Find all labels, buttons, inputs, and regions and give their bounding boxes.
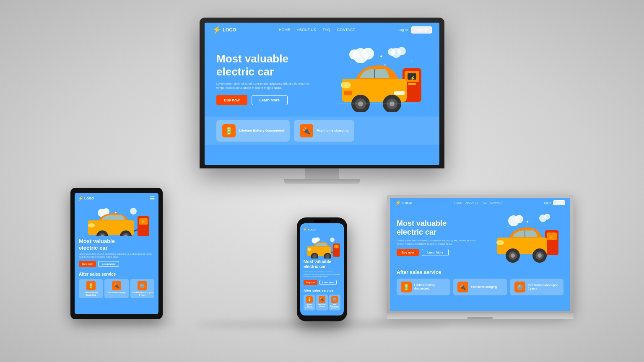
- phone-hero-buttons: Buy now Learn More: [304, 280, 340, 285]
- buy-now-button[interactable]: Buy now: [216, 95, 247, 105]
- laptop-service-cards: 🔋 Lifetime Battery Guaranteed 🔌 Fast hom…: [397, 279, 564, 295]
- laptop-charging-icon: 🔌: [457, 282, 468, 292]
- phone: ⚡ LOGO ✦ ⚡: [297, 217, 347, 321]
- phone-shadow: [295, 321, 349, 326]
- tablet-card-charging: 🔌 Fast home charging: [104, 279, 128, 298]
- phone-buy-button[interactable]: Buy now: [304, 280, 317, 285]
- tablet-bolt-icon: ⚡: [78, 196, 83, 201]
- desktop-monitor: ⚡ LOGO HOME ABOUT US FAQ CONTACT Log in …: [200, 18, 444, 184]
- laptop-hero-buttons: Buy now Learn More: [397, 249, 480, 256]
- svg-text:✦: ✦: [379, 54, 383, 59]
- laptop-after-sales-title: After sales service: [397, 269, 564, 275]
- tablet-battery-icon: 🔋: [86, 281, 96, 290]
- phone-after-sales-title: After sales service: [304, 289, 340, 292]
- monitor-frame: ⚡ LOGO HOME ABOUT US FAQ CONTACT Log in …: [200, 18, 444, 168]
- svg-rect-18: [394, 91, 405, 95]
- laptop-nav: ⚡ LOGO HOME ABOUT US FAQ CONTACT Log in …: [390, 198, 570, 207]
- phone-hero-illustration: ✦ ⚡: [304, 235, 340, 259]
- phone-screen: ⚡ LOGO ✦ ⚡: [300, 223, 344, 315]
- phone-nav: ⚡ LOGO: [300, 223, 344, 233]
- svg-point-30: [544, 214, 550, 220]
- tablet-screen: ⚡ LOGO ☰ ✦ ⚡: [75, 193, 158, 314]
- desktop-hero-desc: Lorem ipsum dolor sit amet, consectetur …: [216, 82, 319, 90]
- tablet-battery-label: Lifetime Battery Guaranteed: [80, 292, 101, 296]
- laptop-nav-links: HOME ABOUT US FAQ CONTACT: [454, 202, 502, 204]
- tablet: ⚡ LOGO ☰ ✦ ⚡: [70, 188, 163, 319]
- svg-text:⚡: ⚡: [549, 235, 553, 239]
- laptop-base: [387, 313, 574, 319]
- laptop-login[interactable]: Log in: [544, 202, 551, 204]
- tablet-charging-label: Fast home charging: [108, 292, 126, 294]
- charging-icon: 🔌: [300, 124, 313, 137]
- laptop-hero-desc: Lorem ipsum dolor sit amet, consectetur …: [397, 239, 480, 246]
- charging-label: Fast home charging: [317, 129, 348, 133]
- laptop: ⚡ LOGO HOME ABOUT US FAQ CONTACT Log in …: [387, 195, 574, 319]
- laptop-card-charging: 🔌 Fast home charging: [453, 279, 506, 295]
- phone-notch: [314, 220, 330, 223]
- laptop-nav-faq[interactable]: FAQ: [482, 202, 487, 204]
- laptop-nav-about[interactable]: ABOUT US: [465, 202, 478, 204]
- phone-logo: ⚡ LOGO: [303, 228, 316, 231]
- tablet-after-sales-title: After sales service: [79, 272, 154, 277]
- laptop-card-battery: 🔋 Lifetime Battery Guaranteed: [397, 279, 450, 295]
- tablet-frame: ⚡ LOGO ☰ ✦ ⚡: [70, 188, 163, 319]
- svg-point-53: [88, 223, 95, 228]
- tablet-car-illustration: ✦ ⚡: [79, 207, 154, 236]
- phone-after-sales: After sales service 🔋 Lifetime Battery G…: [300, 287, 344, 313]
- svg-point-38: [496, 240, 504, 245]
- svg-point-2: [349, 49, 359, 59]
- svg-text:+: +: [350, 62, 352, 65]
- phone-learn-button[interactable]: Learn More: [319, 280, 337, 285]
- desktop-hero-buttons: Buy now Learn More: [216, 95, 319, 105]
- tablet-buy-button[interactable]: Buy now: [79, 261, 96, 267]
- svg-text:⚡: ⚡: [141, 220, 145, 224]
- svg-point-70: [312, 254, 317, 259]
- phone-charging-label: Fast home charging: [317, 304, 327, 307]
- hamburger-menu[interactable]: ☰: [150, 195, 155, 202]
- laptop-after-sales: After sales service 🔋 Lifetime Battery G…: [390, 266, 570, 299]
- signup-button[interactable]: Sign up: [411, 26, 432, 34]
- desktop-hero-text: Most valuable electric car Lorem ipsum d…: [216, 52, 319, 105]
- laptop-buy-button[interactable]: Buy now: [397, 249, 419, 256]
- laptop-logo: ⚡ LOGO: [395, 200, 413, 206]
- laptop-charging-label: Fast home charging: [471, 285, 497, 289]
- tablet-hero-desc: Lorem ipsum dolor sit amet, consectetur …: [79, 253, 154, 259]
- desktop-card-charging: 🔌 Fast home charging: [294, 120, 354, 142]
- laptop-hero-illustration: ✦ + ⚡: [480, 212, 564, 263]
- battery-icon: 🔋: [222, 124, 236, 137]
- stand-base: [284, 179, 360, 184]
- desktop-service-cards: 🔋 Lifetime Battery Guaranteed 🔌 Fast hom…: [216, 120, 428, 142]
- laptop-nav-contact[interactable]: CONTACT: [490, 202, 502, 204]
- phone-maintenance-icon: ⚙️: [331, 296, 338, 303]
- laptop-battery-label: Lifetime Battery Guaranteed: [414, 284, 446, 291]
- scene: ⚡ LOGO HOME ABOUT US FAQ CONTACT Log in …: [70, 18, 574, 344]
- phone-car-illustration: ✦ ⚡: [304, 235, 340, 259]
- laptop-card-maintenance: ⚙️ Free Maintenance up to 5 years: [510, 279, 564, 295]
- tablet-charging-icon: 🔌: [112, 281, 121, 290]
- bolt-icon: ⚡: [212, 25, 221, 34]
- laptop-bolt-icon: ⚡: [395, 200, 401, 206]
- desktop-card-battery: 🔋 Lifetime Battery Guaranteed: [216, 120, 290, 142]
- svg-point-28: [515, 215, 523, 223]
- laptop-maintenance-icon: ⚙️: [514, 282, 525, 292]
- nav-contact[interactable]: CONTACT: [337, 28, 355, 32]
- desktop-hero-illustration: ✦ ✦ + + ⚡: [319, 45, 428, 112]
- nav-home[interactable]: HOME: [279, 28, 290, 32]
- laptop-learn-button[interactable]: Learn More: [422, 249, 449, 256]
- learn-more-button[interactable]: Learn More: [252, 95, 288, 105]
- nav-faq[interactable]: FAQ: [323, 28, 330, 32]
- nav-about[interactable]: ABOUT US: [297, 28, 316, 32]
- phone-card-battery: 🔋 Lifetime Battery Guaranteed: [304, 295, 315, 311]
- laptop-nav-actions: Log in Sign up: [544, 200, 565, 205]
- tablet-hero-title: Most valuable electric car: [79, 238, 154, 251]
- laptop-signup-button[interactable]: Sign up: [553, 200, 565, 205]
- tablet-hero-text: Most valuable electric car Lorem ipsum d…: [79, 238, 154, 267]
- svg-point-68: [308, 248, 312, 251]
- laptop-hero: Most valuable electric car Lorem ipsum d…: [390, 207, 570, 266]
- tablet-card-maintenance: ⚙️ Free Maintenance up to 5 years: [130, 279, 154, 298]
- laptop-nav-home[interactable]: HOME: [454, 202, 462, 204]
- tablet-learn-button[interactable]: Learn More: [98, 261, 119, 267]
- phone-logo-text: LOGO: [308, 228, 316, 231]
- login-link[interactable]: Log in: [397, 28, 408, 32]
- svg-point-62: [330, 238, 335, 242]
